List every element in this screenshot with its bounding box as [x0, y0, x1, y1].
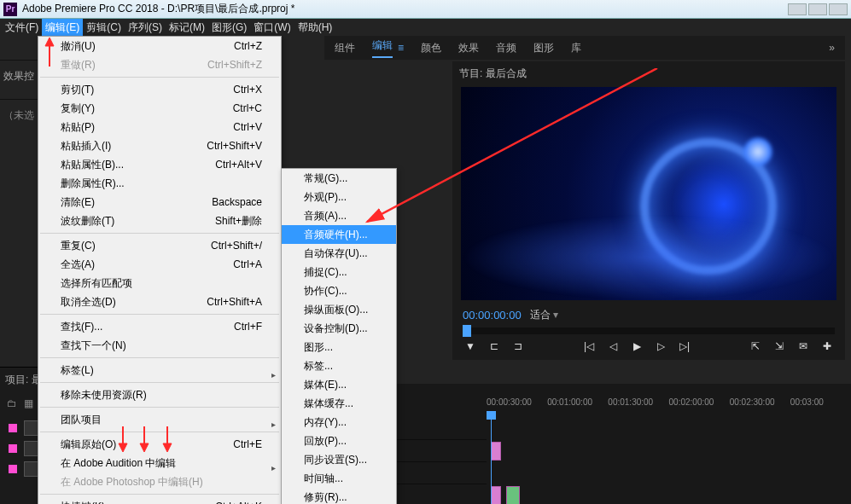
menu-item[interactable]: 选择所有匹配项 [38, 274, 281, 293]
timeline-clip[interactable] [491, 442, 501, 461]
submenu-item-label: 内存(Y)... [304, 415, 347, 430]
menu-item[interactable]: 快捷键(K)...Ctrl+Alt+K [38, 497, 281, 504]
timeline-clips-area[interactable] [491, 418, 851, 504]
workspace-tab-编辑[interactable]: 编辑 [372, 38, 393, 58]
submenu-item[interactable]: 修剪(R)... [282, 488, 396, 504]
menu-剪辑(C)[interactable]: 剪辑(C) [83, 19, 125, 37]
timeline-playhead[interactable] [491, 418, 492, 504]
workspace-tab-图形[interactable]: 图形 [533, 41, 554, 55]
program-scrub-bar[interactable] [463, 327, 835, 334]
workspace-tab-颜色[interactable]: 颜色 [421, 41, 441, 55]
menu-item[interactable]: 粘贴属性(B)...Ctrl+Alt+V [38, 155, 281, 174]
add-marker-button[interactable]: ▼ [463, 340, 478, 352]
menu-item-label: 撤消(U) [61, 39, 96, 54]
thumbnail-view-icon[interactable]: ▦ [24, 397, 33, 409]
menu-item-shortcut: Ctrl+Shift+V [181, 140, 262, 152]
program-playhead[interactable] [463, 325, 471, 337]
submenu-item[interactable]: 捕捉(C)... [282, 263, 396, 281]
submenu-item[interactable]: 设备控制(D)... [282, 319, 396, 338]
ruler-tick: 00:03:00 [790, 397, 851, 413]
menu-图形(G)[interactable]: 图形(G) [208, 19, 250, 37]
play-button[interactable]: ▶ [629, 340, 644, 352]
menu-item[interactable]: 剪切(T)Ctrl+X [38, 80, 281, 99]
menu-item[interactable]: 团队项目 [38, 410, 281, 429]
menu-item-label: 团队项目 [61, 413, 102, 427]
minimize-button[interactable] [788, 3, 807, 15]
menu-item[interactable]: 查找(F)...Ctrl+F [38, 317, 281, 336]
submenu-item[interactable]: 操纵面板(O)... [282, 300, 396, 319]
submenu-item[interactable]: 协作(C)... [282, 281, 396, 300]
button-editor[interactable]: ✚ [819, 340, 835, 352]
step-back-button[interactable]: ◁ [605, 340, 621, 352]
mark-out-button[interactable]: ⊐ [510, 340, 526, 352]
timeline-ruler[interactable]: 00:00:30:0000:01:00:0000:01:30:0000:02:0… [487, 397, 851, 413]
menu-item[interactable]: 编辑原始(O)Ctrl+E [38, 435, 281, 454]
menu-item[interactable]: 复制(Y)Ctrl+C [38, 99, 281, 118]
submenu-item[interactable]: 图形... [282, 338, 396, 356]
submenu-item[interactable]: 外观(P)... [282, 188, 396, 206]
title-bar: Pr Adobe Premiere Pro CC 2018 - D:\PR项目\… [0, 0, 851, 19]
menu-item[interactable]: 粘贴(P)Ctrl+V [38, 118, 281, 136]
menu-item[interactable]: 删除属性(R)... [38, 174, 281, 193]
workspace-overflow-button[interactable]: » [829, 42, 835, 54]
maximize-button[interactable] [808, 3, 827, 15]
no-clip-selected: （未选 [0, 99, 38, 131]
menu-item[interactable]: 标签(L) [38, 361, 281, 379]
menu-item[interactable]: 在 Adobe Audition 中编辑 [38, 454, 281, 472]
step-forward-button[interactable]: ▷ [653, 340, 668, 352]
lift-button[interactable]: ⇱ [748, 340, 763, 352]
submenu-item[interactable]: 常规(G)... [282, 169, 396, 188]
submenu-item[interactable]: 音频硬件(H)... [282, 225, 396, 244]
menu-item-shortcut: Shift+删除 [189, 214, 262, 229]
menu-item-shortcut: Ctrl+Shift+Z [182, 59, 262, 71]
timeline-clip[interactable] [491, 486, 501, 504]
submenu-item[interactable]: 自动保存(U)... [282, 244, 396, 263]
edit-menu-dropdown: 撤消(U)Ctrl+Z重做(R)Ctrl+Shift+Z剪切(T)Ctrl+X复… [38, 36, 282, 504]
submenu-item-label: 修剪(R)... [304, 490, 347, 505]
workspace-tab-库[interactable]: 库 [571, 41, 581, 55]
bin-icon[interactable]: 🗀 [7, 397, 17, 409]
menu-item[interactable]: 撤消(U)Ctrl+Z [38, 37, 281, 55]
submenu-item[interactable]: 媒体(E)... [282, 375, 396, 394]
workspace-tab-音频[interactable]: 音频 [496, 41, 516, 55]
menu-标记(M)[interactable]: 标记(M) [166, 19, 208, 37]
menu-编辑(E)[interactable]: 编辑(E) [42, 19, 83, 37]
workspace-tab-效果[interactable]: 效果 [458, 41, 479, 55]
submenu-item[interactable]: 回放(P)... [282, 432, 396, 450]
menu-item-label: 全选(A) [61, 258, 95, 272]
menu-item-label: 删除属性(R)... [61, 177, 125, 191]
menu-item[interactable]: 移除未使用资源(R) [38, 385, 281, 404]
menu-文件(F)[interactable]: 文件(F) [2, 19, 42, 37]
menu-item[interactable]: 波纹删除(T)Shift+删除 [38, 211, 281, 230]
go-to-out-button[interactable]: ▷| [677, 340, 692, 352]
program-timecode[interactable]: 00:00:00:00 [463, 309, 522, 322]
menu-item[interactable]: 重复(C)Ctrl+Shift+/ [38, 236, 281, 255]
submenu-item[interactable]: 标签... [282, 356, 396, 375]
submenu-item[interactable]: 时间轴... [282, 469, 396, 488]
menu-item-shortcut: Ctrl+Alt+K [189, 501, 262, 504]
app-logo: Pr [3, 3, 17, 16]
zoom-fit-dropdown[interactable]: 适合 [530, 308, 558, 322]
menu-窗口(W)[interactable]: 窗口(W) [250, 19, 294, 37]
submenu-item[interactable]: 媒体缓存... [282, 394, 396, 413]
menu-item[interactable]: 查找下一个(N) [38, 336, 281, 355]
go-to-in-button[interactable]: |◁ [581, 340, 597, 352]
program-preview[interactable] [461, 87, 836, 300]
submenu-item[interactable]: 音频(A)... [282, 206, 396, 225]
submenu-item[interactable]: 同步设置(S)... [282, 450, 396, 469]
menu-帮助(H)[interactable]: 帮助(H) [294, 19, 336, 37]
menu-item[interactable]: 清除(E)Backspace [38, 193, 281, 211]
workspace-tab-组件[interactable]: 组件 [335, 41, 355, 55]
menu-序列(S)[interactable]: 序列(S) [125, 19, 166, 37]
menu-item-label: 在 Adobe Photoshop 中编辑(H) [61, 475, 203, 490]
menu-item[interactable]: 取消全选(D)Ctrl+Shift+A [38, 293, 281, 311]
export-frame-button[interactable]: ✉ [796, 340, 811, 352]
extract-button[interactable]: ⇲ [772, 340, 787, 352]
timeline-clip[interactable] [506, 486, 520, 504]
submenu-item[interactable]: 内存(Y)... [282, 413, 396, 432]
menu-item[interactable]: 粘贴插入(I)Ctrl+Shift+V [38, 136, 281, 155]
menu-item[interactable]: 全选(A)Ctrl+A [38, 255, 281, 274]
workspace-tab-menu-icon[interactable]: ≡ [398, 42, 404, 54]
mark-in-button[interactable]: ⊏ [487, 340, 502, 352]
close-button[interactable] [829, 3, 848, 15]
